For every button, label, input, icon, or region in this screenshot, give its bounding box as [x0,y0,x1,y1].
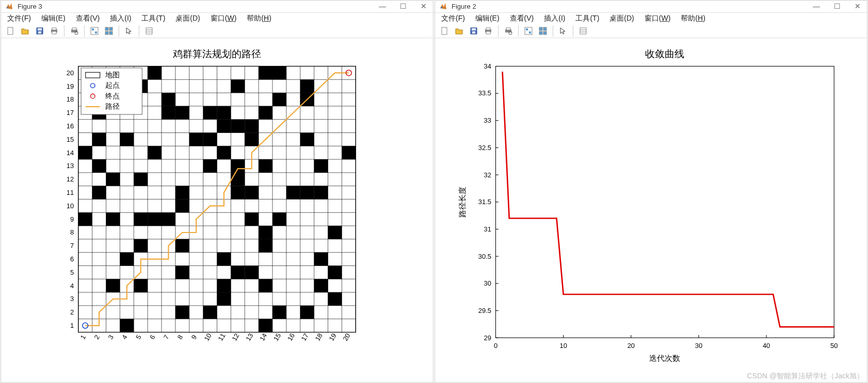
svg-rect-123 [231,120,245,133]
svg-rect-115 [342,146,356,159]
print-preview-icon[interactable] [68,24,81,38]
svg-text:15: 15 [67,136,74,143]
svg-text:18: 18 [67,95,74,103]
svg-text:地图: 地图 [105,71,120,79]
svg-text:19: 19 [327,332,337,342]
svg-text:1: 1 [79,334,88,341]
svg-text:50: 50 [830,342,838,349]
svg-text:3: 3 [70,295,74,303]
svg-rect-64 [120,319,134,332]
close-button[interactable]: ✕ [853,2,863,10]
menu-help[interactable]: 帮助(H) [681,14,705,23]
plot-tools-icon[interactable] [536,24,550,38]
maximize-button[interactable]: ☐ [832,2,842,10]
svg-text:30.5: 30.5 [478,253,491,260]
svg-rect-185 [86,72,100,78]
svg-rect-116 [92,133,106,146]
new-file-icon[interactable] [4,24,18,38]
print-preview-icon[interactable] [502,24,515,38]
svg-rect-90 [106,212,120,226]
svg-rect-14 [109,27,112,30]
figure-window-3: Figure 3 — ☐ ✕ 文件(F) 编辑(E) 查看(V) 插入(I) 工… [1,0,433,383]
menu-tools[interactable]: 工具(T) [141,14,165,23]
menu-window[interactable]: 窗口(W) [645,14,671,23]
cursor-icon[interactable] [122,24,136,38]
svg-text:5: 5 [70,269,74,276]
svg-rect-100 [245,186,259,199]
close-button[interactable]: ✕ [419,2,429,10]
linked-axes-icon[interactable] [522,24,535,38]
svg-text:16: 16 [67,122,74,130]
plot-area-grid: 鸡群算法规划的路径1234567891011121314151617181920… [1,38,433,382]
cursor-icon[interactable] [556,24,570,38]
svg-rect-89 [78,212,92,226]
open-icon[interactable] [19,24,32,38]
svg-text:9: 9 [190,334,199,341]
svg-rect-78 [231,266,245,279]
svg-rect-114 [217,146,231,159]
svg-rect-93 [162,212,175,226]
svg-rect-98 [175,186,189,199]
svg-rect-73 [134,279,148,292]
svg-rect-137 [231,79,245,93]
menu-window[interactable]: 窗口(W) [211,14,237,23]
menu-desktop[interactable]: 桌面(D) [175,14,200,23]
window-title: Figure 2 [452,3,811,10]
plot-tools-icon[interactable] [102,24,116,38]
data-tips-icon[interactable] [142,24,156,38]
minimize-button[interactable]: — [811,2,822,10]
menu-edit[interactable]: 编辑(E) [475,14,500,23]
menu-desktop[interactable]: 桌面(D) [609,14,634,23]
menu-insert[interactable]: 插入(I) [110,14,131,23]
menu-file[interactable]: 文件(F) [441,14,465,23]
svg-rect-105 [134,173,148,186]
svg-text:9: 9 [70,215,74,223]
svg-text:17: 17 [67,109,74,116]
menu-file[interactable]: 文件(F) [7,14,31,23]
menu-edit[interactable]: 编辑(E) [41,14,66,23]
menu-view[interactable]: 查看(V) [76,14,100,23]
menu-insert[interactable]: 插入(I) [544,14,565,23]
plot-area-line: 收敛曲线010203040502929.53030.53131.53232.53… [435,38,867,382]
menu-view[interactable]: 查看(V) [510,14,534,23]
print-icon[interactable] [47,24,61,38]
menu-help[interactable]: 帮助(H) [247,14,271,23]
minimize-button[interactable]: — [377,2,388,10]
svg-rect-118 [189,133,203,146]
svg-rect-66 [175,306,189,319]
svg-rect-3 [38,31,41,34]
svg-rect-95 [272,212,286,226]
svg-text:18: 18 [314,332,324,342]
grid-chart: 鸡群算法规划的路径1234567891011121314151617181920… [6,43,428,377]
svg-rect-204 [526,28,528,30]
svg-rect-88 [328,226,342,239]
svg-text:20: 20 [628,342,635,349]
svg-rect-104 [106,173,120,186]
svg-rect-82 [217,253,231,266]
svg-rect-130 [259,106,272,120]
menu-tools[interactable]: 工具(T) [575,14,599,23]
svg-text:7: 7 [162,334,171,341]
svg-text:2: 2 [70,308,74,316]
svg-text:3: 3 [106,334,115,341]
data-tips-icon[interactable] [576,24,590,38]
svg-text:40: 40 [763,342,770,349]
save-icon[interactable] [33,24,46,38]
svg-rect-13 [105,27,108,30]
titlebar: Figure 2 — ☐ ✕ [435,1,867,13]
svg-text:鸡群算法规划的路径: 鸡群算法规划的路径 [172,48,261,59]
save-icon[interactable] [467,24,480,38]
svg-text:14: 14 [67,149,74,157]
svg-text:32: 32 [484,171,491,179]
open-icon[interactable] [453,24,466,38]
svg-rect-201 [506,28,510,30]
linked-axes-icon[interactable] [88,24,101,38]
print-icon[interactable] [481,24,495,38]
svg-text:收敛曲线: 收敛曲线 [645,48,684,59]
svg-rect-120 [245,133,259,146]
maximize-button[interactable]: ☐ [398,2,408,10]
svg-rect-207 [543,27,546,30]
new-file-icon[interactable] [438,24,452,38]
svg-rect-108 [203,159,217,173]
svg-text:8: 8 [70,228,74,236]
